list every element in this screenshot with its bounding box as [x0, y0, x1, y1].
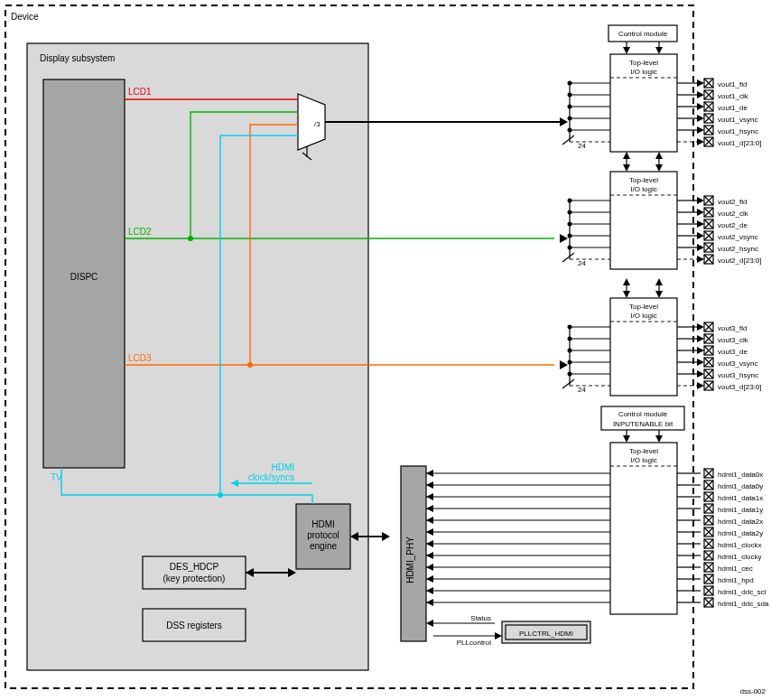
svg-marker-18: [560, 360, 568, 369]
svg-text:vout1_vsync: vout1_vsync: [718, 116, 757, 124]
svg-marker-281: [426, 587, 433, 594]
svg-text:vout1_de: vout1_de: [718, 104, 748, 112]
hdmi-proto-l1: HDMI: [311, 519, 335, 529]
svg-marker-83: [623, 152, 630, 159]
svg-text:vout2_vsync: vout2_vsync: [718, 233, 757, 241]
svg-text:hdmi1_cec: hdmi1_cec: [718, 565, 753, 573]
svg-text:I/O logic: I/O logic: [630, 185, 656, 193]
svg-marker-139: [623, 291, 630, 298]
diagram-root: Device Display subsystem DISPC DES_HDCP …: [0, 0, 771, 700]
svg-text:vout3_de: vout3_de: [718, 348, 748, 356]
svg-marker-300: [495, 632, 502, 639]
svg-marker-33: [697, 79, 704, 87]
vout1-group: Control module Top-level I/O logic vout1…: [568, 25, 762, 152]
svg-marker-81: [655, 164, 663, 172]
svg-text:HDMI_PHY: HDMI_PHY: [405, 537, 415, 583]
svg-marker-25: [655, 47, 663, 54]
svg-marker-57: [697, 115, 704, 122]
svg-text:hdmi1_data2y: hdmi1_data2y: [718, 529, 763, 537]
svg-marker-93: [697, 197, 704, 204]
svg-marker-288: [426, 599, 433, 606]
svg-marker-101: [697, 209, 704, 216]
svg-marker-41: [697, 91, 704, 98]
svg-text:vout2_d[23:0]: vout2_d[23:0]: [718, 257, 761, 265]
svg-marker-185: [697, 370, 704, 378]
svg-text:hdmi1_data1x: hdmi1_data1x: [718, 494, 763, 502]
svg-text:hdmi1_ddc_scl: hdmi1_ddc_scl: [718, 588, 766, 596]
hdmi-cs-l2: clock/syncs: [248, 472, 294, 482]
svg-marker-65: [697, 126, 704, 134]
lcd3-label: LCD3: [128, 353, 152, 363]
svg-marker-177: [697, 359, 704, 366]
svg-text:I/O logic: I/O logic: [630, 456, 656, 464]
svg-marker-125: [697, 244, 704, 251]
lcd2-label: LCD2: [128, 227, 152, 237]
display-subsystem-label: Display subsystem: [40, 53, 115, 63]
svg-marker-169: [697, 347, 704, 354]
svg-marker-192: [697, 382, 704, 389]
bus24-2: 24: [578, 259, 586, 267]
svg-marker-274: [426, 575, 433, 583]
svg-text:Top-level: Top-level: [629, 303, 658, 311]
svg-text:Top-level: Top-level: [629, 176, 658, 184]
svg-text:hdmi1_data2x: hdmi1_data2x: [718, 518, 763, 526]
svg-text:Control module: Control module: [618, 410, 668, 418]
svg-point-3: [247, 362, 253, 368]
dispc-label: DISPC: [70, 272, 98, 282]
vout2-group: Top-level I/O logic vout2_fld vout2_clk …: [568, 152, 762, 269]
svg-text:Status: Status: [470, 614, 491, 622]
svg-text:vout3_vsync: vout3_vsync: [718, 359, 757, 368]
device-label: Device: [11, 12, 39, 22]
svg-text:hdmi1_data0y: hdmi1_data0y: [718, 482, 763, 490]
svg-marker-14: [560, 117, 568, 126]
dss-registers-label: DSS registers: [166, 621, 222, 630]
svg-text:hdmi1_clocky: hdmi1_clocky: [718, 553, 761, 561]
svg-marker-141: [655, 291, 663, 298]
svg-text:vout2_clk: vout2_clk: [718, 210, 749, 218]
pllctrl-hdmi-label: PLLCTRL_HDMI: [519, 630, 573, 638]
lcd1-label: LCD1: [128, 87, 152, 97]
svg-text:hdmi1_data0x: hdmi1_data0x: [718, 471, 763, 479]
svg-text:PLLcontrol: PLLcontrol: [457, 639, 491, 647]
svg-text:vout3_d[23:0]: vout3_d[23:0]: [718, 383, 761, 391]
svg-text:vout1_d[23:0]: vout1_d[23:0]: [718, 139, 761, 147]
svg-marker-16: [560, 234, 568, 243]
svg-marker-161: [697, 335, 704, 342]
svg-text:vout2_hsync: vout2_hsync: [718, 245, 758, 253]
svg-text:vout3_fld: vout3_fld: [718, 324, 747, 332]
svg-marker-153: [697, 323, 704, 331]
svg-text:INPUTENABLE bit: INPUTENABLE bit: [613, 420, 673, 428]
svg-text:Top-level: Top-level: [629, 59, 658, 67]
svg-text:hdmi1_data1y: hdmi1_data1y: [718, 506, 763, 514]
svg-marker-218: [426, 481, 433, 489]
svg-text:Control module: Control module: [618, 30, 668, 38]
svg-text:Top-level: Top-level: [629, 447, 658, 455]
svg-marker-267: [426, 564, 433, 571]
svg-marker-49: [697, 103, 704, 110]
hdmi-cs-l1: HDMI: [271, 462, 294, 472]
svg-marker-211: [426, 470, 433, 477]
svg-marker-246: [426, 528, 433, 536]
svg-line-17: [562, 253, 574, 262]
svg-line-19: [562, 379, 574, 388]
bus24-1: 24: [578, 142, 586, 150]
svg-marker-202: [623, 435, 630, 443]
svg-text:vout3_hsync: vout3_hsync: [718, 371, 758, 379]
svg-line-15: [562, 135, 574, 145]
hdmi-group: Control module INPUTENABLE bit Top-level…: [401, 406, 769, 647]
svg-text:hdmi1_hpd: hdmi1_hpd: [718, 576, 754, 584]
svg-marker-204: [655, 435, 663, 443]
svg-rect-205: [610, 443, 677, 614]
figure-id: dss-002: [740, 687, 766, 695]
svg-text:hdmi1_ddc_sda: hdmi1_ddc_sda: [718, 600, 769, 608]
svg-point-4: [218, 492, 223, 498]
svg-marker-297: [426, 620, 433, 627]
svg-text:I/O logic: I/O logic: [630, 68, 656, 76]
svg-marker-225: [426, 493, 433, 500]
des-hdcp-l2: (key protection): [163, 574, 226, 583]
svg-marker-232: [426, 505, 433, 512]
bus24-3: 24: [578, 386, 586, 394]
svg-text:vout1_fld: vout1_fld: [718, 80, 747, 89]
svg-marker-79: [623, 164, 630, 172]
svg-marker-253: [426, 540, 433, 547]
